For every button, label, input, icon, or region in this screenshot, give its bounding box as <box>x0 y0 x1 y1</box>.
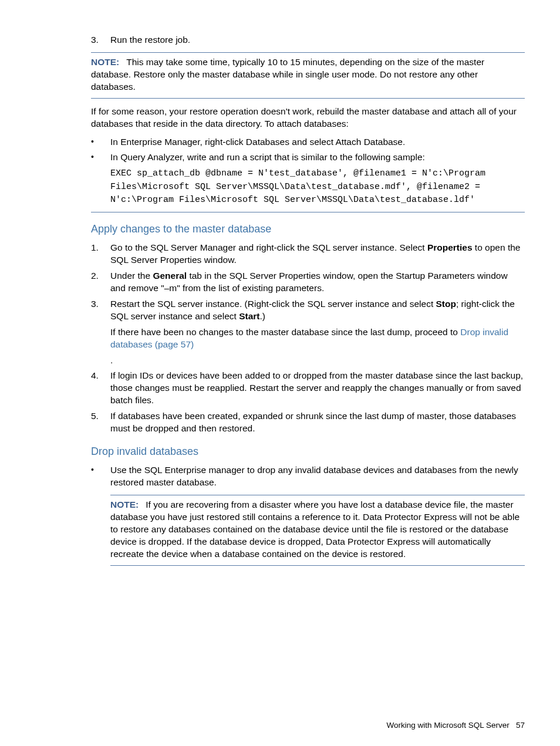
apply-step-3: 3. Restart the SQL server instance. (Rig… <box>91 298 525 367</box>
bullet-enterprise-manager: In Enterprise Manager, right-click Datab… <box>91 136 525 148</box>
list-text: Run the restore job. <box>110 34 525 46</box>
note-text: This may take some time, typically 10 to… <box>91 57 484 92</box>
apply-step-2: 2. Under the General tab in the SQL Serv… <box>91 270 525 295</box>
list-text: Under the General tab in the SQL Server … <box>110 270 525 295</box>
apply-step-4: 4. If login IDs or devices have been add… <box>91 370 525 407</box>
bullet-drop-invalid: Use the SQL Enterprise manager to drop a… <box>91 464 525 489</box>
bullet-text: In Query Analyzer, write and run a scrip… <box>110 151 525 207</box>
heading-apply-changes: Apply changes to the master database <box>91 222 525 236</box>
list-number: 2. <box>91 270 110 295</box>
note-block-disaster-recovery: NOTE:If you are recovering from a disast… <box>110 495 525 566</box>
trailing-period: . <box>110 355 525 367</box>
code-block-attach-db: EXEC sp_attach_db @dbname = N'test_datab… <box>110 167 525 207</box>
bullet-text: Use the SQL Enterprise manager to drop a… <box>110 464 525 489</box>
step-3-run-restore: 3. Run the restore job. <box>91 34 525 46</box>
list-text: Restart the SQL server instance. (Right-… <box>110 298 525 367</box>
apply-step-5: 5. If databases have been created, expan… <box>91 410 525 435</box>
list-number: 3. <box>91 34 110 46</box>
footer-text: Working with Microsoft SQL Server <box>386 721 509 730</box>
list-text: If databases have been created, expanded… <box>110 410 525 435</box>
bullet-query-analyzer: In Query Analyzer, write and run a scrip… <box>91 151 525 207</box>
bullet-icon <box>91 464 110 489</box>
list-number: 5. <box>91 410 110 435</box>
list-text: If login IDs or devices have been added … <box>110 370 525 407</box>
bullet-icon <box>91 151 110 207</box>
divider <box>91 212 525 212</box>
bullet-text: In Enterprise Manager, right-click Datab… <box>110 136 525 148</box>
list-text: Go to the SQL Server Manager and right-c… <box>110 242 525 266</box>
page-footer: Working with Microsoft SQL Server 57 <box>386 720 525 731</box>
note-label: NOTE: <box>91 57 119 67</box>
page-body: 3. Run the restore job. NOTE:This may ta… <box>0 0 560 746</box>
heading-drop-invalid: Drop invalid databases <box>91 444 525 458</box>
note-text: If you are recovering from a disaster wh… <box>110 499 519 559</box>
paragraph-rebuild: If for some reason, your restore operati… <box>91 106 525 130</box>
list-number: 1. <box>91 242 110 266</box>
apply-step-1: 1. Go to the SQL Server Manager and righ… <box>91 242 525 266</box>
list-number: 4. <box>91 370 110 407</box>
bullet-icon <box>91 136 110 148</box>
step-3-followup: If there have been no changes to the mas… <box>110 326 525 351</box>
note-label: NOTE: <box>110 499 139 509</box>
page-number: 57 <box>516 721 525 730</box>
list-number: 3. <box>91 298 110 367</box>
note-block-restore-time: NOTE:This may take some time, typically … <box>91 52 525 99</box>
